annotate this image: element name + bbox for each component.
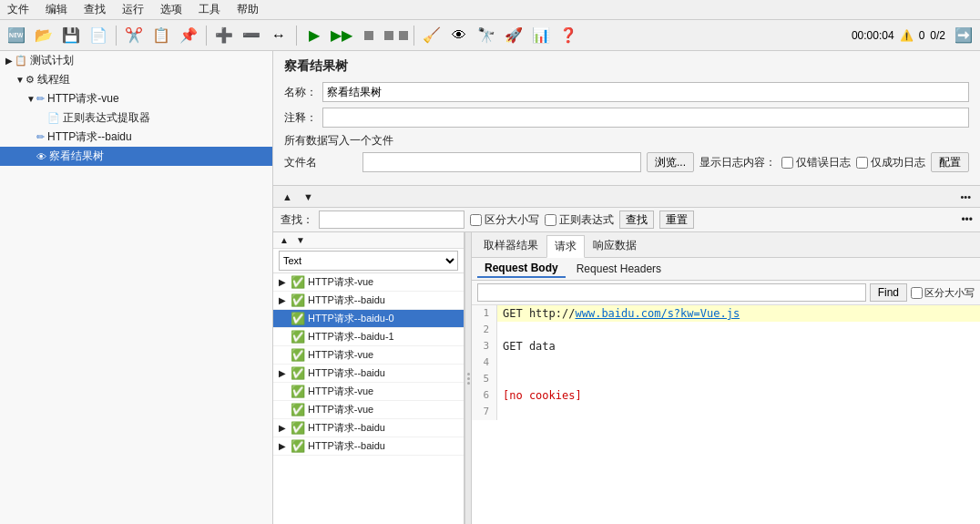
result-http-vue-4[interactable]: ▶ ✅ HTTP请求-vue <box>273 401 464 419</box>
drag-handle[interactable] <box>464 232 472 524</box>
toolbar-copy[interactable]: 📋 <box>148 23 174 48</box>
toolbar-down-arrow[interactable]: ▼ <box>300 190 317 203</box>
toolbar-expand[interactable]: ↔️ <box>266 23 291 48</box>
error-log-checkbox[interactable] <box>781 157 793 169</box>
result-label-r1: HTTP请求-vue <box>308 275 373 289</box>
toolbar-glasses[interactable]: 🔭 <box>474 23 499 48</box>
tab-response-data[interactable]: 响应数据 <box>585 234 645 257</box>
expand-r9[interactable]: ▶ <box>277 423 288 433</box>
dropdown-row: Text <box>273 249 464 273</box>
list-up-btn[interactable]: ▲ <box>277 234 291 246</box>
case-checkbox[interactable] <box>470 214 482 226</box>
toolbar-run2[interactable]: ▶▶ <box>329 23 354 48</box>
tree-label-regex: 正则表达式提取器 <box>63 110 150 126</box>
toolbar-run[interactable]: ▶ <box>301 23 327 48</box>
file-name-input[interactable] <box>362 152 641 172</box>
find-case-text: 区分大小写 <box>924 286 975 300</box>
file-row: 文件名 浏览... 显示日志内容： 仅错误日志 仅成功日志 配置 <box>284 152 969 172</box>
find-btn[interactable]: Find <box>870 283 907 302</box>
reset-button[interactable]: 重置 <box>659 211 694 229</box>
expand-threadgroup[interactable]: ▼ <box>15 75 26 85</box>
tree-item-testplan[interactable]: ▶ 📋 测试计划 <box>0 51 272 70</box>
comment-input[interactable] <box>322 108 969 128</box>
menu-find[interactable]: 查找 <box>80 0 109 19</box>
expand-http-vue[interactable]: ▼ <box>26 94 36 104</box>
type-dropdown[interactable]: Text <box>279 251 458 271</box>
menu-help[interactable]: 帮助 <box>233 0 262 19</box>
result-label-r9: HTTP请求--baidu <box>308 421 385 435</box>
success-log-checkbox[interactable] <box>856 157 868 169</box>
find-button[interactable]: 查找 <box>619 211 654 229</box>
toolbar-up-arrow[interactable]: ▲ <box>279 190 296 203</box>
toolbar-paste[interactable]: 📌 <box>176 23 201 48</box>
toolbar-dots[interactable]: ••• <box>956 190 975 203</box>
menubar: 文件 编辑 查找 运行 选项 工具 帮助 <box>0 0 980 20</box>
tree-item-http-vue[interactable]: ▼ ✏ HTTP请求-vue <box>0 89 272 108</box>
expand-r10[interactable]: ▶ <box>277 441 288 451</box>
subtab-request-body[interactable]: Request Body <box>477 260 566 278</box>
toolbar-flag[interactable]: 🚀 <box>501 23 526 48</box>
panel-title: 察看结果树 <box>284 58 969 75</box>
toolbar-minus[interactable]: ➖ <box>239 23 264 48</box>
toolbar-save2[interactable]: 📄 <box>86 23 111 48</box>
toolbar-new[interactable]: 🆕 <box>4 23 29 48</box>
result-http-baidu-1-child[interactable]: ✅ HTTP请求--baidu-1 <box>273 328 464 346</box>
result-label-r3: HTTP请求--baidu-0 <box>308 312 394 325</box>
result-http-baidu-0[interactable]: ✅ HTTP请求--baidu-0 <box>273 310 464 328</box>
toolbar-stop2[interactable]: ⏹⏹ <box>383 23 409 48</box>
toolbar-broom[interactable]: 🧹 <box>419 23 444 48</box>
line-content-1: GET http://www.baidu.com/s?kw=Vue.js <box>497 305 980 322</box>
result-label-r5: HTTP请求-vue <box>308 348 373 362</box>
tree-item-threadgroup[interactable]: ▼ ⚙ 线程组 <box>0 70 272 89</box>
url-link[interactable]: www.baidu.com/s?kw=Vue.js <box>575 307 740 320</box>
tree-item-regex[interactable]: 📄 正则表达式提取器 <box>0 108 272 128</box>
toolbar-save[interactable]: 💾 <box>58 23 84 48</box>
tab-sampler-result[interactable]: 取样器结果 <box>475 234 546 257</box>
tree-label-http-vue: HTTP请求-vue <box>47 91 119 107</box>
line-content-2 <box>497 322 980 338</box>
menu-tools[interactable]: 工具 <box>195 0 224 19</box>
tree-label-threadgroup: 线程组 <box>37 72 70 87</box>
find-case-checkbox[interactable] <box>911 287 923 299</box>
result-http-baidu-4[interactable]: ▶ ✅ HTTP请求--baidu <box>273 437 464 456</box>
tree-label-results: 察看结果树 <box>49 149 104 164</box>
toolbar-arrow-right[interactable]: ➡️ <box>951 23 976 48</box>
tree-item-http-baidu[interactable]: ✏ HTTP请求--baidu <box>0 128 272 147</box>
error-log-checkbox-label: 仅错误日志 <box>781 155 851 170</box>
result-http-baidu-3[interactable]: ▶ ✅ HTTP请求--baidu <box>273 419 464 437</box>
status-icon-r7: ✅ <box>291 385 305 398</box>
result-http-baidu-1[interactable]: ▶ ✅ HTTP请求--baidu <box>273 292 464 310</box>
list-down-btn[interactable]: ▼ <box>293 234 308 246</box>
menu-run[interactable]: 运行 <box>118 0 148 19</box>
result-http-vue-1[interactable]: ▶ ✅ HTTP请求-vue <box>273 273 464 292</box>
expand-r1[interactable]: ▶ <box>277 277 288 287</box>
menu-file[interactable]: 文件 <box>4 0 33 19</box>
find-input[interactable] <box>477 283 866 302</box>
name-input[interactable] <box>322 82 969 102</box>
menu-edit[interactable]: 编辑 <box>42 0 71 19</box>
regex-checkbox[interactable] <box>545 214 556 226</box>
log-content-label: 显示日志内容： <box>699 155 776 170</box>
toolbar-cut[interactable]: ✂️ <box>121 23 147 48</box>
toolbar-list[interactable]: 📊 <box>528 23 554 48</box>
config-button[interactable]: 配置 <box>931 152 969 172</box>
expand-r6[interactable]: ▶ <box>277 368 288 378</box>
browse-button[interactable]: 浏览... <box>647 152 694 172</box>
toolbar-add[interactable]: ➕ <box>211 23 237 48</box>
result-http-baidu-2[interactable]: ▶ ✅ HTTP请求--baidu <box>273 365 464 383</box>
tree-item-results[interactable]: 👁 察看结果树 <box>0 147 272 166</box>
sep3 <box>296 26 297 46</box>
subtab-request-headers[interactable]: Request Headers <box>569 261 669 277</box>
result-http-vue-3[interactable]: ▶ ✅ HTTP请求-vue <box>273 383 464 401</box>
expand-r2[interactable]: ▶ <box>277 295 288 305</box>
line-num-6: 6 <box>472 387 497 404</box>
toolbar-stop[interactable]: ⏹ <box>356 23 382 48</box>
toolbar-open[interactable]: 📂 <box>31 23 56 48</box>
result-http-vue-2[interactable]: ▶ ✅ HTTP请求-vue <box>273 346 464 365</box>
toolbar-question[interactable]: ❓ <box>556 23 581 48</box>
tab-request[interactable]: 请求 <box>546 235 585 258</box>
menu-options[interactable]: 选项 <box>157 0 186 19</box>
toolbar-eye[interactable]: 👁 <box>446 23 472 48</box>
search-input[interactable] <box>319 211 464 229</box>
expand-testplan[interactable]: ▶ <box>4 56 15 66</box>
